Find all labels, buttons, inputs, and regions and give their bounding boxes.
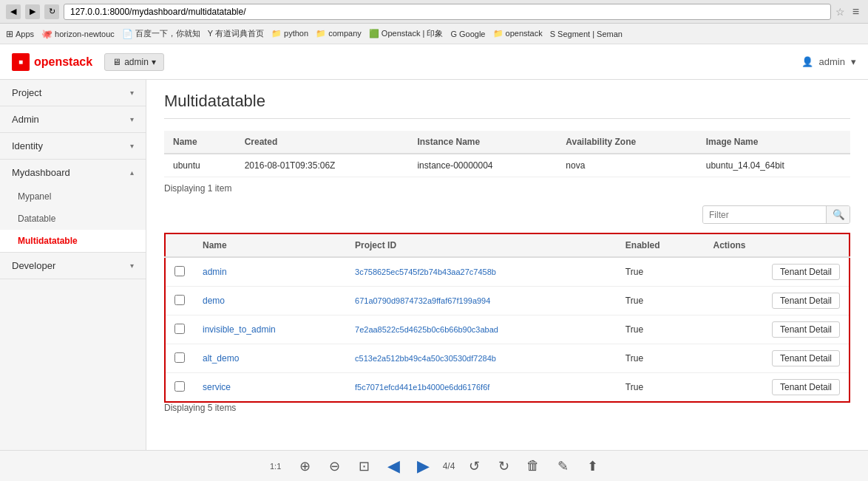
tenant-detail-button[interactable]: Tenant Detail — [772, 321, 840, 338]
next-button[interactable]: ▶ — [413, 456, 434, 477]
cell-enabled: True — [617, 287, 705, 315]
project-id-text: 671a0790d9874732a9ffaf67f199a994 — [355, 296, 490, 305]
prev-button[interactable]: ◀ — [384, 456, 404, 477]
bookmark-horizon[interactable]: 🐙 horizon-newtouc — [41, 29, 115, 39]
col-header-actions: Actions — [705, 233, 850, 257]
col-header-instance-name: Instance Name — [408, 131, 557, 154]
col-header-enabled: Enabled — [617, 233, 705, 257]
top-table-display-count: Displaying 1 item — [164, 183, 850, 194]
sidebar-item-datatable[interactable]: Datatable — [0, 208, 146, 230]
sidebar-header-admin[interactable]: Admin ▾ — [0, 106, 146, 132]
upload-button[interactable]: ⬆ — [582, 456, 603, 477]
sidebar-header-project[interactable]: Project ▾ — [0, 80, 146, 106]
admin-dropdown-label: admin — [124, 57, 149, 67]
row-checkbox[interactable] — [174, 381, 185, 392]
admin-project-dropdown[interactable]: 🖥 admin ▾ — [104, 53, 164, 71]
cell-availability-zone: nova — [557, 154, 696, 177]
bookmark-youdao[interactable]: Y 有道词典首页 — [208, 28, 264, 39]
sidebar-section-developer: Developer ▾ — [0, 253, 146, 279]
tenant-detail-button[interactable]: Tenant Detail — [772, 264, 840, 280]
cell-tenant-name: invisible_to_admin — [194, 315, 346, 344]
edit-button[interactable]: ✎ — [552, 456, 573, 477]
col-header-checkbox — [165, 233, 194, 257]
top-navigation: ■ openstack 🖥 admin ▾ 👤 admin ▾ — [0, 44, 868, 80]
sidebar: Project ▾ Admin ▾ Identity ▾ Mydashboard… — [0, 80, 146, 450]
cell-checkbox[interactable] — [165, 344, 194, 373]
sidebar-section-mydashboard: Mydashboard ▴ Mypanel Datatable Multidat… — [0, 160, 146, 253]
bottom-data-table: Name Project ID Enabled Actions admin 3c… — [164, 233, 850, 403]
rotate-cw-button[interactable]: ↻ — [493, 456, 514, 477]
bookmark-openstack[interactable]: 📁 openstack — [493, 29, 543, 38]
sidebar-header-developer[interactable]: Developer ▾ — [0, 253, 146, 279]
tenant-name-link[interactable]: service — [203, 382, 231, 392]
cell-project-id: 3c758625ec5745f2b74b43aa27c7458b — [346, 257, 617, 287]
sidebar-section-admin: Admin ▾ — [0, 106, 146, 133]
tenant-name-link[interactable]: demo — [203, 296, 225, 306]
openstack-logo[interactable]: ■ openstack — [12, 53, 92, 71]
sidebar-item-mypanel-label: Mypanel — [18, 191, 51, 202]
bookmark-baidu[interactable]: 📄 百度一下，你就知 — [122, 28, 200, 39]
tenant-name-link[interactable]: admin — [203, 267, 227, 277]
forward-button[interactable]: ▶ — [25, 4, 40, 19]
zoom-in-button[interactable]: ⊕ — [295, 456, 316, 477]
user-icon: 👤 — [801, 56, 813, 67]
cell-checkbox[interactable] — [165, 315, 194, 344]
table-row: demo 671a0790d9874732a9ffaf67f199a994 Tr… — [165, 287, 850, 315]
chevron-down-icon: ▾ — [130, 89, 134, 97]
bookmark-star-icon[interactable]: ☆ — [835, 6, 845, 18]
bookmark-segment[interactable]: S Segment | Seman — [550, 30, 623, 38]
apps-icon: ⊞ — [6, 29, 13, 39]
reload-button[interactable]: ↻ — [44, 4, 59, 19]
sidebar-label-identity: Identity — [12, 140, 43, 151]
col-header-name: Name — [164, 131, 236, 154]
chevron-up-icon-mydashboard: ▴ — [130, 168, 134, 177]
tenant-name-link[interactable]: alt_demo — [203, 353, 239, 364]
bookmark-company[interactable]: 📁 company — [316, 29, 362, 38]
filter-input-wrap: 🔍 — [702, 205, 850, 224]
delete-button[interactable]: 🗑 — [523, 456, 543, 477]
filter-input[interactable] — [703, 207, 826, 223]
row-checkbox[interactable] — [174, 295, 185, 305]
bookmark-openstack-yinxiang[interactable]: 🟩 Openstack | 印象 — [369, 28, 444, 39]
tenant-name-link[interactable]: invisible_to_admin — [203, 324, 276, 335]
table-row: ubuntu 2016-08-01T09:35:06Z instance-000… — [164, 154, 850, 177]
cell-checkbox[interactable] — [165, 287, 194, 315]
baidu-icon: 📄 — [122, 29, 133, 39]
top-data-table: Name Created Instance Name Availability … — [164, 131, 850, 177]
bottom-toolbar: 1:1 ⊕ ⊖ ⊡ ◀ ▶ 4/4 ↺ ↻ 🗑 ✎ ⬆ — [0, 450, 868, 481]
zoom-actual-button[interactable]: 1:1 — [265, 456, 286, 477]
browser-menu-icon[interactable]: ≡ — [850, 5, 862, 18]
cell-enabled: True — [617, 257, 705, 287]
bookmark-segment-label: S Segment | Seman — [550, 30, 623, 38]
user-menu[interactable]: 👤 admin ▾ — [801, 56, 856, 67]
filter-button[interactable]: 🔍 — [826, 206, 850, 223]
frame-button[interactable]: ⊡ — [354, 456, 375, 477]
tenant-detail-button[interactable]: Tenant Detail — [772, 379, 840, 395]
project-id-text: 7e2aa8522c5d4625b0c6b66b90c3abad — [355, 325, 498, 334]
row-checkbox[interactable] — [174, 324, 185, 334]
back-button[interactable]: ◀ — [6, 4, 21, 19]
cell-checkbox[interactable] — [165, 257, 194, 287]
bookmark-python[interactable]: 📁 python — [271, 29, 308, 38]
sidebar-item-multidatatable[interactable]: Multidatatable — [0, 230, 146, 252]
sidebar-item-mypanel[interactable]: Mypanel — [0, 185, 146, 208]
row-checkbox[interactable] — [174, 352, 185, 363]
url-bar[interactable] — [64, 4, 831, 20]
rotate-ccw-button[interactable]: ↺ — [464, 456, 484, 477]
table-row: admin 3c758625ec5745f2b74b43aa27c7458b T… — [165, 257, 850, 287]
bookmark-apps[interactable]: ⊞ Apps — [6, 29, 34, 39]
bookmark-python-label: 📁 python — [271, 29, 308, 38]
col-header-created: Created — [236, 131, 409, 154]
zoom-out-button[interactable]: ⊖ — [325, 456, 345, 477]
cell-actions: Tenant Detail — [705, 373, 850, 403]
bookmark-company-label: 📁 company — [316, 29, 362, 38]
cell-checkbox[interactable] — [165, 373, 194, 403]
row-checkbox[interactable] — [174, 266, 185, 276]
col-header-availability-zone: Availability Zone — [557, 131, 696, 154]
tenant-detail-button[interactable]: Tenant Detail — [772, 350, 840, 366]
tenant-detail-button[interactable]: Tenant Detail — [772, 293, 840, 309]
cell-created: 2016-08-01T09:35:06Z — [236, 154, 409, 177]
sidebar-header-mydashboard[interactable]: Mydashboard ▴ — [0, 160, 146, 185]
bookmark-google[interactable]: G Google — [450, 30, 485, 38]
sidebar-header-identity[interactable]: Identity ▾ — [0, 133, 146, 159]
